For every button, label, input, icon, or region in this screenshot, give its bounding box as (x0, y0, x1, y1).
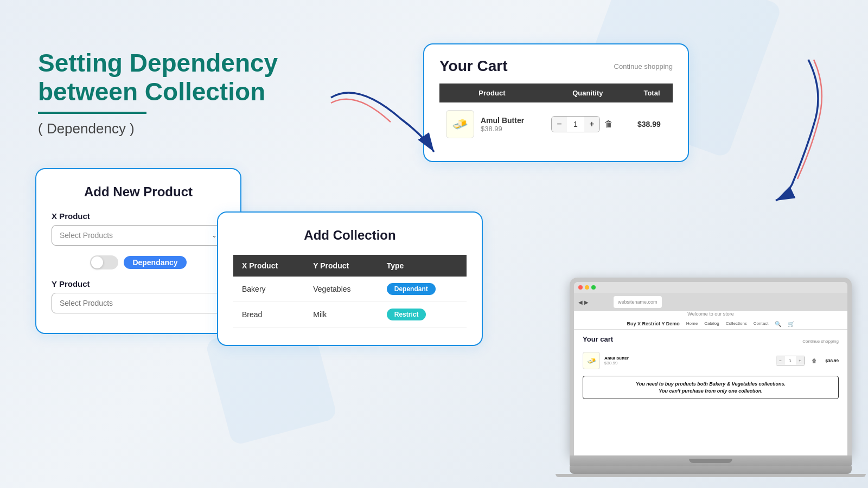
arrow-to-laptop (722, 49, 830, 211)
cart-col-qty: Quanitity (545, 84, 631, 102)
page-title: Setting Dependency between Collection (38, 49, 309, 106)
add-product-title: Add New Product (52, 184, 225, 200)
address-bar[interactable]: websitename.com (614, 296, 662, 308)
add-product-card: Add New Product X Product Select Product… (35, 168, 241, 334)
laptop-mockup: ◀ ▶ websitename.com Welcome to our store… (570, 278, 852, 477)
x-product-label: X Product (52, 211, 225, 221)
table-row: Bread Milk Restrict (233, 302, 467, 328)
row1-y: Vegetables (304, 277, 378, 302)
restrict-badge: Restrict (387, 309, 426, 320)
table-row: Bakery Vegetables Dependant (233, 277, 467, 302)
laptop-menubar (574, 282, 847, 293)
nav-collections[interactable]: Collections (726, 321, 747, 327)
laptop-qty-decrease[interactable]: − (776, 356, 785, 365)
x-product-dropdown[interactable]: Select Products ⌄ (52, 225, 225, 246)
x-product-placeholder: Select Products (60, 231, 113, 240)
laptop-item-total: $38.99 (826, 358, 839, 363)
laptop-product-row: 🧈 Amul butter $38.99 − 1 + 🗑 $38.99 (583, 352, 839, 369)
row1-type: Dependant (378, 277, 467, 302)
toggle-row: Dependancy (52, 255, 225, 269)
close-dot (578, 285, 583, 290)
arrow-cart-to-product (315, 87, 450, 163)
page-subtitle: ( Dependency ) (38, 120, 309, 137)
product-name: Amul Butter (481, 116, 524, 125)
minimize-dot (585, 285, 589, 290)
row2-type: Restrict (378, 302, 467, 328)
dependency-toggle[interactable] (90, 255, 118, 269)
cart-product-cell: 🧈 Amul Butter $38.99 (439, 102, 545, 146)
cart-table: Product Quanitity Total 🧈 Amul Butter $3… (439, 84, 673, 146)
y-product-input[interactable] (52, 293, 225, 313)
cart-card: Your Cart Continue shopping Product Quan… (423, 43, 689, 162)
dependant-badge: Dependant (387, 283, 436, 295)
toggle-thumb (91, 256, 103, 268)
product-price: $38.99 (481, 125, 524, 133)
laptop-message-box: You need to buy products both Bakery & V… (583, 376, 839, 399)
cart-header: Your Cart Continue shopping (439, 57, 673, 75)
cart-qty-cell: − 1 + 🗑 (545, 102, 631, 146)
row1-x: Bakery (233, 277, 304, 302)
laptop-continue-shopping[interactable]: Continue shopping (802, 339, 839, 344)
laptop-product-price: $38.99 (604, 361, 629, 365)
laptop-qty-increase[interactable]: + (796, 356, 805, 365)
col-header-x: X Product (233, 255, 304, 277)
laptop-demo-label: Buy X Restrict Y Demo (627, 321, 680, 327)
continue-shopping-link[interactable]: Continue shopping (614, 62, 673, 70)
laptop-screen-outer: ◀ ▶ websitename.com Welcome to our store… (570, 278, 852, 455)
laptop-nav: Buy X Restrict Y Demo Home Catalog Colle… (574, 321, 847, 330)
chevron-down-icon: ⌄ (212, 232, 217, 239)
toggle-label: Dependancy (124, 256, 186, 269)
laptop-message-text: You need to buy products both Bakery & V… (636, 381, 786, 394)
nav-catalog[interactable]: Catalog (704, 321, 719, 327)
y-product-label: Y Product (52, 279, 225, 288)
laptop-foot (556, 474, 866, 477)
qty-value: 1 (567, 120, 584, 129)
title-section: Setting Dependency between Collection ( … (38, 49, 309, 137)
row2-y: Milk (304, 302, 378, 328)
cart-total-cell: $38.99 (631, 102, 673, 146)
laptop-product-name: Amul butter (604, 356, 629, 361)
laptop-trash-icon[interactable]: 🗑 (812, 358, 817, 364)
laptop-product-thumb: 🧈 (583, 352, 600, 369)
search-icon[interactable]: 🔍 (775, 321, 781, 327)
laptop-qty-control: − 1 + (776, 356, 805, 365)
laptop-stand (570, 466, 852, 474)
qty-increase-button[interactable]: + (584, 117, 599, 132)
delete-item-icon[interactable]: 🗑 (604, 119, 613, 129)
cart-row: 🧈 Amul Butter $38.99 − 1 + (439, 102, 673, 146)
title-underline (38, 112, 146, 114)
laptop-screen-inner: ◀ ▶ websitename.com Welcome to our store… (574, 282, 847, 455)
col-header-type: Type (378, 255, 467, 277)
laptop-cart-title: Your cart (583, 335, 613, 343)
collection-table: X Product Y Product Type Bakery Vegetabl… (233, 255, 467, 328)
cart-col-product: Product (439, 84, 545, 102)
nav-home[interactable]: Home (686, 321, 698, 327)
cart-col-total: Total (631, 84, 673, 102)
laptop-store-title: Welcome to our store (574, 311, 847, 317)
add-collection-card: Add Collection X Product Y Product Type … (217, 211, 483, 346)
laptop-qty-value: 1 (785, 358, 796, 363)
col-header-y: Y Product (304, 255, 378, 277)
add-collection-title: Add Collection (233, 228, 467, 243)
laptop-base (570, 455, 852, 466)
row2-x: Bread (233, 302, 304, 328)
nav-contact[interactable]: Contact (754, 321, 769, 327)
quantity-control: − 1 + (551, 116, 600, 132)
cart-icon[interactable]: 🛒 (788, 321, 794, 327)
maximize-dot (591, 285, 596, 290)
laptop-notch (689, 459, 732, 463)
cart-title: Your Cart (439, 57, 508, 75)
qty-decrease-button[interactable]: − (552, 117, 567, 132)
url-text: websitename.com (618, 299, 658, 305)
